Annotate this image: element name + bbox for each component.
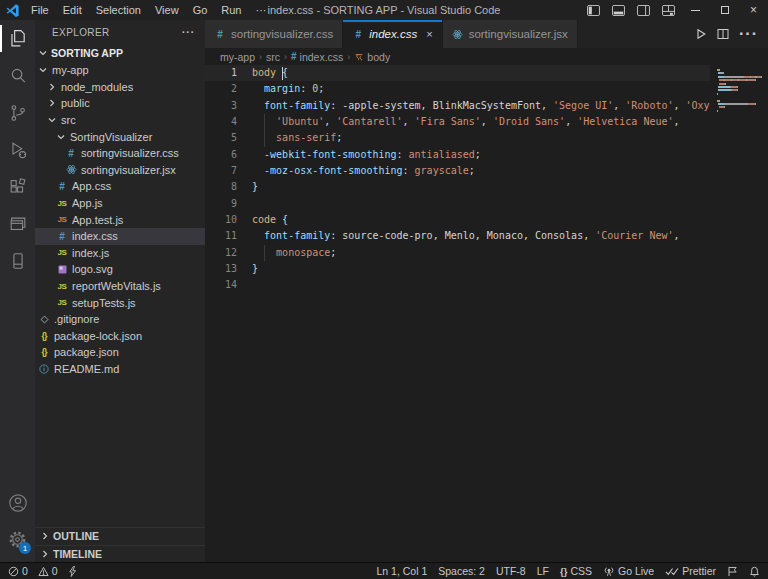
breadcrumb-src[interactable]: src [266, 51, 280, 63]
status-ln-1-col-1[interactable]: Ln 1, Col 1 [376, 563, 427, 579]
status-spaces-2[interactable]: Spaces: 2 [438, 563, 485, 579]
tree-item-package-lock-json[interactable]: {}package-lock.json [35, 328, 205, 345]
menu-run[interactable]: Run [214, 0, 248, 20]
close-button[interactable]: × [739, 0, 768, 20]
status-label: 0 [22, 565, 28, 577]
warning-icon [38, 566, 49, 577]
tree-item-gitignore[interactable]: .gitignore [35, 311, 205, 328]
code-line-7[interactable]: 7 -moz-osx-font-smoothing: grayscale; [205, 163, 768, 179]
code-line-9[interactable]: 9 [205, 196, 768, 212]
activity-account-icon[interactable] [0, 484, 35, 521]
minimap[interactable] [710, 65, 768, 120]
status-0[interactable]: 0 [8, 563, 28, 579]
workspace-section-header[interactable]: SORTING APP [35, 44, 205, 62]
activity-windows-icon[interactable] [0, 205, 35, 242]
tab-close-icon[interactable]: × [426, 28, 432, 40]
tree-item-readme-md[interactable]: README.md [35, 361, 205, 378]
js-icon: JS [56, 248, 68, 257]
tab-sortingvisualizer-jsx[interactable]: sortingvisualizer.jsx [443, 20, 578, 48]
toggle-sidebar-icon[interactable] [581, 0, 606, 20]
panel-outline[interactable]: OUTLINE [35, 527, 205, 545]
code-line-14[interactable]: 14 [205, 277, 768, 293]
activity-source-control-icon[interactable] [0, 94, 35, 131]
menu-file[interactable]: File [24, 0, 56, 20]
tree-item-setuptests-js[interactable]: JSsetupTests.js [35, 294, 205, 311]
status-label: CSS [570, 565, 592, 577]
maximize-button[interactable] [710, 0, 739, 20]
code-line-5[interactable]: 5 sans-serif; [205, 130, 768, 146]
status-bell-icon[interactable] [749, 563, 760, 579]
tree-folder-sortingvisualizer[interactable]: SortingVisualizer [35, 128, 205, 145]
activity-settings-icon[interactable]: 1 [0, 521, 35, 558]
item-label: SortingVisualizer [70, 131, 152, 143]
code-line-3[interactable]: 3 font-family: -apple-system, BlinkMacSy… [205, 98, 768, 114]
code-line-11[interactable]: 11 font-family: source-code-pro, Menlo, … [205, 228, 768, 244]
tree-item-reportwebvitals-js[interactable]: JSreportWebVitals.js [35, 278, 205, 295]
code-line-2[interactable]: 2 margin: 0; [205, 81, 768, 97]
code-line-10[interactable]: 10code { [205, 212, 768, 228]
activity-explorer-icon[interactable] [0, 20, 35, 57]
broadcast-icon [603, 566, 615, 577]
status-go-live[interactable]: Go Live [603, 563, 654, 579]
menu-view[interactable]: View [148, 0, 186, 20]
activity-search-icon[interactable] [0, 57, 35, 94]
toggle-secondary-sidebar-icon[interactable] [631, 0, 656, 20]
breadcrumb-my-app[interactable]: my-app [220, 51, 255, 63]
tab-index-css[interactable]: #index.css× [343, 20, 442, 48]
tree-folder-public[interactable]: public [35, 95, 205, 112]
play-icon[interactable] [695, 28, 707, 40]
indent-guide [264, 245, 265, 261]
tree-item-logo-svg[interactable]: logo.svg [35, 261, 205, 278]
tree-folder-node-modules[interactable]: node_modules [35, 79, 205, 96]
js-icon: JS [56, 298, 68, 307]
status-utf-8[interactable]: UTF-8 [496, 563, 526, 579]
tab-sortingvisualizer-css[interactable]: #sortingvisualizer.css [205, 20, 343, 48]
menu-[interactable]: ··· [249, 0, 274, 20]
toggle-panel-icon[interactable] [606, 0, 631, 20]
workspace-name: SORTING APP [51, 47, 123, 59]
code-editor[interactable]: 1body {2 margin: 0;3 font-family: -apple… [205, 65, 768, 562]
breadcrumb-body[interactable]: body [354, 51, 390, 63]
status-lf[interactable]: LF [537, 563, 549, 579]
react-icon [65, 164, 77, 175]
code-line-4[interactable]: 4 'Ubuntu', 'Cantarell', 'Fira Sans', 'D… [205, 114, 768, 130]
menu-selection[interactable]: Selection [89, 0, 148, 20]
activity-run-debug-icon[interactable] [0, 131, 35, 168]
status-prettier[interactable]: Prettier [665, 563, 716, 579]
tree-item-app-js[interactable]: JSApp.js [35, 195, 205, 212]
tree-folder-src[interactable]: src [35, 112, 205, 129]
panel-timeline[interactable]: TIMELINE [35, 545, 205, 563]
more-actions-icon[interactable]: ··· [739, 25, 758, 43]
activity-extensions-icon[interactable] [0, 168, 35, 205]
code-line-6[interactable]: 6 -webkit-font-smoothing: antialiased; [205, 147, 768, 163]
split-editor-icon[interactable] [717, 28, 729, 40]
menu-go[interactable]: Go [186, 0, 215, 20]
tree-item-app-css[interactable]: #App.css [35, 178, 205, 195]
code-line-8[interactable]: 8} [205, 179, 768, 195]
tree-item-app-test-js[interactable]: JSApp.test.js [35, 211, 205, 228]
tree-item-index-css[interactable]: #index.css [35, 228, 205, 245]
customize-layout-icon[interactable] [656, 0, 681, 20]
status-lightning-icon[interactable] [68, 563, 77, 579]
breadcrumb-label: body [367, 51, 390, 63]
code-line-13[interactable]: 13} [205, 261, 768, 277]
status-feedback-icon[interactable] [727, 563, 738, 579]
explorer-more-actions-icon[interactable]: ··· [182, 27, 195, 38]
tree-item-index-js[interactable]: JSindex.js [35, 245, 205, 262]
code-line-1[interactable]: 1body { [205, 65, 768, 81]
css-icon: # [352, 29, 364, 40]
breadcrumb-index-css[interactable]: #index.css [291, 51, 343, 63]
minimize-button[interactable] [681, 0, 710, 20]
react-icon [452, 29, 464, 40]
code-line-12[interactable]: 12 monospace; [205, 245, 768, 261]
activity-remote-icon[interactable] [0, 242, 35, 279]
tree-item-package-json[interactable]: {}package.json [35, 344, 205, 361]
css-icon: # [56, 181, 68, 192]
menu-edit[interactable]: Edit [56, 0, 89, 20]
status-css[interactable]: {}CSS [560, 563, 592, 579]
tree-folder-my-app[interactable]: my-app [35, 62, 205, 79]
status-0[interactable]: 0 [38, 563, 58, 579]
tree-item-sortingvisualizer-jsx[interactable]: sortingvisualizer.jsx [35, 162, 205, 179]
minimap-line [717, 72, 765, 74]
tree-item-sortingvisualizer-css[interactable]: #sortingvisualizer.css [35, 145, 205, 162]
